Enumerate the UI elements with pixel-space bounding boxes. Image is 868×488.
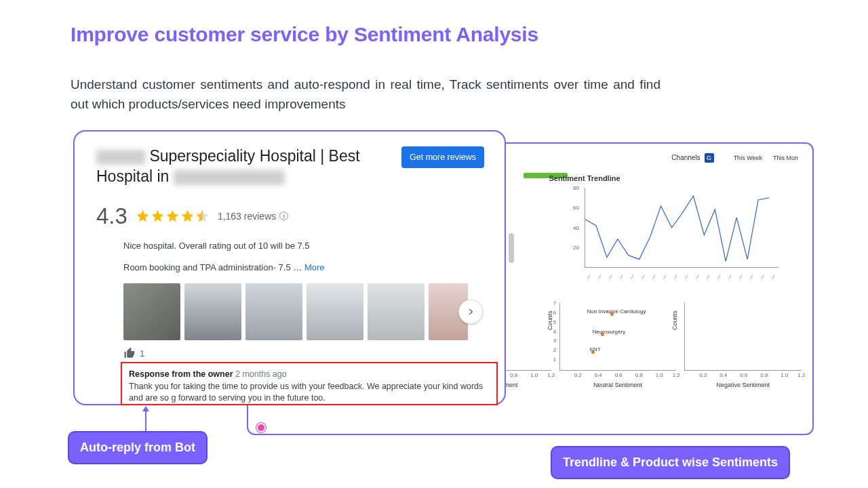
review-photos	[123, 283, 484, 340]
page-subtitle: Understand customer sentiments and auto-…	[71, 75, 660, 115]
review-photo[interactable]	[123, 283, 180, 340]
neutral-sentiment-chart: Counts 76 54 32 1 Non Invasive Cardiolog…	[559, 303, 677, 388]
scrollbar[interactable]	[509, 233, 514, 263]
annotation-dot-icon	[256, 423, 266, 432]
review-count[interactable]: 1,163 reviews	[218, 211, 276, 222]
trendline-chart: 80 60 40 20 —— —— —— —— —— —— —— —— ——	[585, 188, 778, 268]
star-rating-icon	[136, 209, 210, 223]
review-photo[interactable]	[307, 283, 363, 340]
owner-response-title: Response from the owner	[129, 369, 233, 379]
review-photo[interactable]	[184, 283, 241, 340]
callout-trendline: Trendline & Product wise Sentiments	[551, 446, 790, 479]
like-count: 1	[140, 348, 144, 359]
owner-response-text: Thank you for taking the time to provide…	[129, 381, 490, 405]
chevron-right-icon[interactable]	[458, 300, 483, 324]
arrow-up-icon	[145, 407, 146, 431]
callout-auto-reply: Auto-reply from Bot	[68, 431, 208, 464]
review-text-line1: Nice hospital. Overall rating out of 10 …	[123, 240, 484, 252]
thumb-up-icon[interactable]	[123, 347, 136, 359]
review-text-line2: Room booking and TPA administration- 7.5…	[123, 262, 302, 272]
negative-sentiment-chart: Counts 0.20.4 0.60.8 1.01.2 Negative Sen…	[684, 303, 802, 388]
info-icon[interactable]: i	[279, 211, 288, 220]
owner-response-box: Response from the owner 2 months ago Tha…	[121, 362, 498, 405]
review-photo[interactable]	[368, 283, 425, 340]
owner-response-age: 2 months ago	[235, 369, 287, 379]
review-photo[interactable]	[245, 283, 302, 340]
get-more-reviews-button[interactable]: Get more reviews	[401, 146, 484, 168]
page-title: Improve customer service by Sentiment An…	[71, 23, 800, 46]
google-channel-icon[interactable]: G	[705, 153, 714, 163]
rating-value: 4.3	[96, 203, 127, 229]
tab-this-week[interactable]: This Week	[730, 153, 766, 163]
more-link[interactable]: More	[302, 262, 324, 272]
business-name: Superspeciality Hospital | Best Hospital…	[96, 146, 401, 187]
tab-this-month[interactable]: This Mon	[770, 153, 802, 163]
channels-label: Channels	[671, 154, 700, 161]
